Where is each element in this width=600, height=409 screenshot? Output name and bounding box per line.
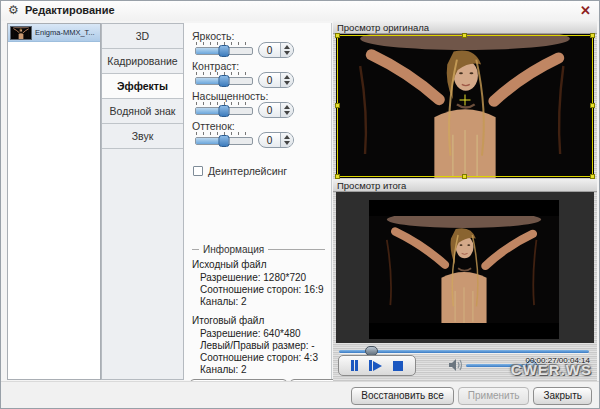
spin-down-icon[interactable]	[284, 81, 290, 85]
output-channels: Каналы: 2	[200, 364, 247, 375]
output-aspect: Соотношение сторон: 4:3	[200, 352, 318, 363]
pause-button[interactable]	[351, 360, 358, 372]
slider-thumb[interactable]	[219, 135, 230, 147]
spin-up-icon[interactable]	[284, 45, 290, 49]
saturation-label: Насыщенность:	[192, 90, 268, 102]
source-resolution: Разрешение: 1280*720	[200, 272, 306, 283]
output-resolution: Разрешение: 640*480	[200, 328, 301, 339]
result-video-frame	[369, 216, 559, 323]
output-file-heading: Итоговый файл	[192, 315, 264, 326]
tab-3d[interactable]: 3D	[102, 24, 183, 49]
saturation-spinner[interactable]: 0	[258, 102, 294, 118]
spinner-value: 0	[259, 45, 280, 56]
output-lr-size: Левый/Правый размер: -	[200, 340, 315, 351]
slider-thumb[interactable]	[219, 105, 230, 117]
contrast-label: Контраст:	[192, 60, 239, 72]
original-preview-label: Просмотр оригинала	[333, 21, 597, 34]
close-button[interactable]: Закрыть	[533, 387, 592, 405]
spinner-value: 0	[259, 135, 280, 146]
result-preview	[336, 192, 594, 343]
close-icon[interactable]: ✕	[580, 3, 591, 19]
info-group-title: Информация	[192, 244, 325, 255]
spinner-value: 0	[259, 75, 280, 86]
contrast-spinner[interactable]: 0	[258, 72, 294, 88]
gear-icon: ⚙	[8, 3, 19, 17]
hue-slider[interactable]	[195, 132, 253, 148]
tab-watermark[interactable]: Водяной знак	[102, 99, 183, 124]
file-name: Enigma-MMX_T...	[35, 28, 95, 37]
edit-dialog: ⚙ Редактирование ✕ Enigma-MMX_T... 3D Ка…	[0, 0, 600, 409]
spin-up-icon[interactable]	[284, 75, 290, 79]
preview-panel: Просмотр оригинала Просмотр итога	[333, 21, 597, 381]
hue-label: Оттенок:	[192, 120, 235, 132]
contrast-slider[interactable]	[195, 72, 253, 88]
footer-bar: Восстановить все Применить Закрыть	[1, 381, 599, 409]
brightness-spinner[interactable]: 0	[258, 42, 294, 58]
spin-down-icon[interactable]	[284, 141, 290, 145]
spin-down-icon[interactable]	[284, 51, 290, 55]
tab-column: 3D Кадрирование Эффекты Водяной знак Зву…	[101, 23, 184, 380]
effects-panel: Яркость: 0 Контраст: 0 Насыщенность: 0	[184, 23, 332, 380]
apply-button[interactable]: Применить	[458, 387, 530, 405]
transport-button-group	[338, 355, 416, 376]
tab-audio[interactable]: Звук	[102, 124, 183, 149]
tab-crop[interactable]: Кадрирование	[102, 49, 183, 74]
restore-all-button[interactable]: Восстановить все	[351, 387, 454, 405]
brightness-label: Яркость:	[192, 30, 234, 42]
result-preview-label: Просмотр итога	[333, 179, 597, 192]
brightness-slider[interactable]	[195, 42, 253, 58]
hue-spinner[interactable]: 0	[258, 132, 294, 148]
source-channels: Каналы: 2	[200, 296, 247, 307]
playback-controls: 00:00:27/00:04:14 CWER.WS	[338, 355, 592, 377]
checkbox-box[interactable]	[193, 166, 203, 176]
source-file-heading: Исходный файл	[192, 259, 267, 270]
file-list: Enigma-MMX_T...	[7, 23, 101, 380]
spinner-buttons[interactable]	[280, 133, 293, 147]
speaker-icon	[448, 358, 464, 372]
file-list-item-selected[interactable]: Enigma-MMX_T...	[8, 24, 100, 42]
deinterlace-checkbox[interactable]: Деинтерлейсинг	[193, 165, 287, 177]
dialog-title: Редактирование	[25, 4, 115, 16]
original-video-frame	[336, 34, 594, 178]
play-button[interactable]	[369, 360, 382, 372]
spinner-buttons[interactable]	[280, 73, 293, 87]
title-bar: ⚙ Редактирование ✕	[1, 1, 599, 21]
spin-down-icon[interactable]	[284, 111, 290, 115]
spinner-buttons[interactable]	[280, 43, 293, 57]
result-letterbox	[369, 200, 559, 339]
stop-button[interactable]	[393, 360, 403, 372]
saturation-slider[interactable]	[195, 102, 253, 118]
file-thumbnail	[10, 26, 32, 40]
spinner-buttons[interactable]	[280, 103, 293, 117]
source-aspect: Соотношение сторон: 16:9	[200, 284, 324, 295]
original-preview[interactable]	[336, 34, 594, 178]
spin-up-icon[interactable]	[284, 135, 290, 139]
spin-up-icon[interactable]	[284, 105, 290, 109]
spinner-value: 0	[259, 105, 280, 116]
watermark-text: CWER.WS	[511, 361, 592, 378]
slider-thumb[interactable]	[219, 75, 230, 87]
tab-effects[interactable]: Эффекты	[102, 74, 183, 99]
slider-thumb[interactable]	[219, 45, 230, 57]
deinterlace-label: Деинтерлейсинг	[208, 165, 287, 177]
